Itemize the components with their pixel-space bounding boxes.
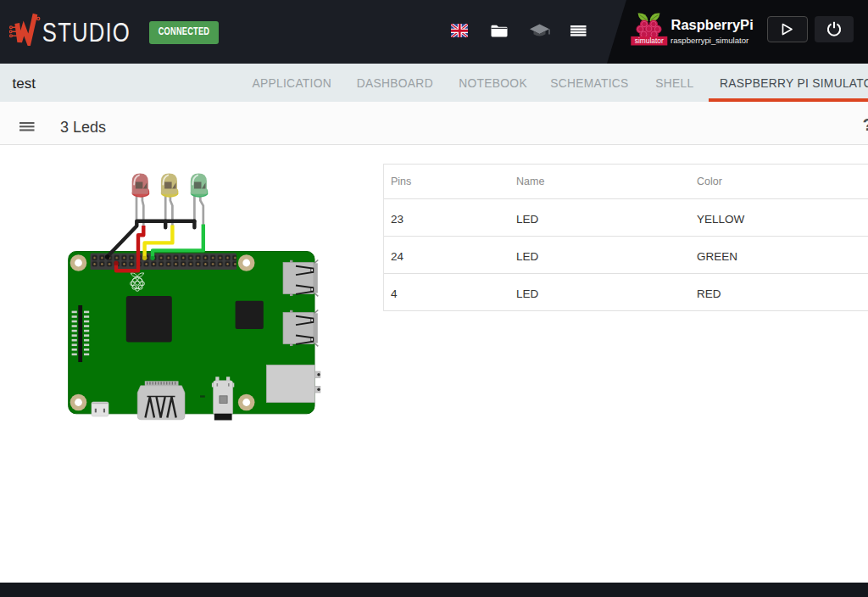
svg-text:STUDIO: STUDIO xyxy=(42,18,131,47)
svg-text:CONNECTED: CONNECTED xyxy=(159,25,210,36)
svg-text:simulator: simulator xyxy=(635,36,664,45)
